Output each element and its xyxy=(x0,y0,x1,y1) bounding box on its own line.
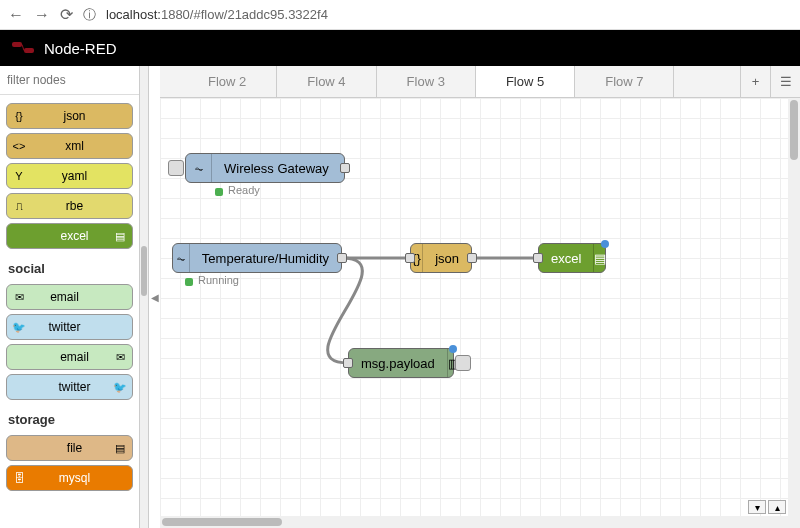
palette-list: {}json <>xml Yyaml ⎍rbe excel▤ social ✉e… xyxy=(0,95,139,528)
tab-flow-7[interactable]: Flow 7 xyxy=(575,66,674,97)
zoom-in-button[interactable]: ▴ xyxy=(768,500,786,514)
palette-node-file[interactable]: file▤ xyxy=(6,435,133,461)
output-port[interactable] xyxy=(337,253,347,263)
status-text: Ready xyxy=(228,184,260,196)
twitter-icon: 🐦 xyxy=(7,315,31,339)
url-bar[interactable]: localhost:1880/#flow/21addc95.3322f4 xyxy=(106,7,328,22)
debug-toggle-button[interactable] xyxy=(455,355,471,371)
palette-node-excel[interactable]: excel▤ xyxy=(6,223,133,249)
add-flow-button[interactable]: + xyxy=(740,66,770,97)
tab-flow-4[interactable]: Flow 4 xyxy=(277,66,376,97)
palette-search-input[interactable] xyxy=(4,70,135,90)
category-storage[interactable]: storage xyxy=(4,404,135,431)
palette-scrollbar[interactable] xyxy=(140,66,148,528)
file-icon: ▤ xyxy=(108,224,132,248)
file-icon: ▤ xyxy=(593,244,606,272)
node-json[interactable]: {} json xyxy=(410,243,472,273)
input-port[interactable] xyxy=(533,253,543,263)
node-temperature-humidity[interactable]: ⏦ Temperature/Humidity xyxy=(172,243,342,273)
url-info-icon[interactable]: ⓘ xyxy=(83,6,96,24)
palette-node-yaml[interactable]: Yyaml xyxy=(6,163,133,189)
input-port[interactable] xyxy=(405,253,415,263)
palette-node-xml[interactable]: <>xml xyxy=(6,133,133,159)
xml-icon: <> xyxy=(7,134,31,158)
logo: Node-RED xyxy=(12,40,117,57)
node-debug[interactable]: msg.payload ▥ xyxy=(348,348,454,378)
forward-button[interactable]: → xyxy=(34,6,50,24)
app-title: Node-RED xyxy=(44,40,117,57)
palette-node-twitter-in[interactable]: 🐦twitter xyxy=(6,314,133,340)
palette-node-rbe[interactable]: ⎍rbe xyxy=(6,193,133,219)
changed-indicator xyxy=(449,345,457,353)
palette-sidebar: {}json <>xml Yyaml ⎍rbe excel▤ social ✉e… xyxy=(0,66,140,528)
tab-flow-2[interactable]: Flow 2 xyxy=(178,66,277,97)
mail-icon: ✉ xyxy=(108,345,132,369)
rbe-icon: ⎍ xyxy=(7,194,31,218)
flow-canvas[interactable]: ⏦ Wireless Gateway Ready ⏦ Temperature/H… xyxy=(160,98,800,528)
changed-indicator xyxy=(601,240,609,248)
zoom-out-button[interactable]: ▾ xyxy=(748,500,766,514)
toggle-palette-button[interactable]: ◀ xyxy=(148,66,160,528)
reload-button[interactable]: ⟳ xyxy=(60,5,73,24)
browser-toolbar: ← → ⟳ ⓘ localhost:1880/#flow/21addc95.33… xyxy=(0,0,800,30)
file-icon: ▤ xyxy=(108,436,132,460)
canvas-scrollbar-vertical[interactable] xyxy=(788,98,800,528)
status-dot xyxy=(215,188,223,196)
output-port[interactable] xyxy=(340,163,350,173)
svg-rect-0 xyxy=(12,42,22,47)
twitter-icon: 🐦 xyxy=(108,375,132,399)
yaml-icon: Y xyxy=(7,164,31,188)
list-flows-button[interactable]: ☰ xyxy=(770,66,800,97)
palette-node-email-out[interactable]: email✉ xyxy=(6,344,133,370)
input-port[interactable] xyxy=(343,358,353,368)
json-icon: {} xyxy=(7,104,31,128)
category-social[interactable]: social xyxy=(4,253,135,280)
palette-node-mysql[interactable]: 🗄mysql xyxy=(6,465,133,491)
palette-node-json[interactable]: {}json xyxy=(6,103,133,129)
inject-button[interactable] xyxy=(168,160,184,176)
tab-flow-5[interactable]: Flow 5 xyxy=(476,66,575,97)
palette-node-twitter-out[interactable]: twitter🐦 xyxy=(6,374,133,400)
status-text: Running xyxy=(198,274,239,286)
back-button[interactable]: ← xyxy=(8,6,24,24)
node-wireless-gateway[interactable]: ⏦ Wireless Gateway xyxy=(185,153,345,183)
wave-icon: ⏦ xyxy=(173,244,190,272)
tab-flow-3[interactable]: Flow 3 xyxy=(377,66,476,97)
flow-tabs: Flow 2 Flow 4 Flow 3 Flow 5 Flow 7 + ☰ xyxy=(160,66,800,98)
db-icon: 🗄 xyxy=(7,466,31,490)
svg-rect-1 xyxy=(24,48,34,53)
node-excel[interactable]: excel ▤ xyxy=(538,243,606,273)
app-header: Node-RED xyxy=(0,30,800,66)
palette-node-email-in[interactable]: ✉email xyxy=(6,284,133,310)
status-dot xyxy=(185,278,193,286)
canvas-scrollbar-horizontal[interactable] xyxy=(160,516,788,528)
wave-icon: ⏦ xyxy=(186,154,212,182)
node-red-icon xyxy=(12,42,36,54)
mail-icon: ✉ xyxy=(7,285,31,309)
output-port[interactable] xyxy=(467,253,477,263)
